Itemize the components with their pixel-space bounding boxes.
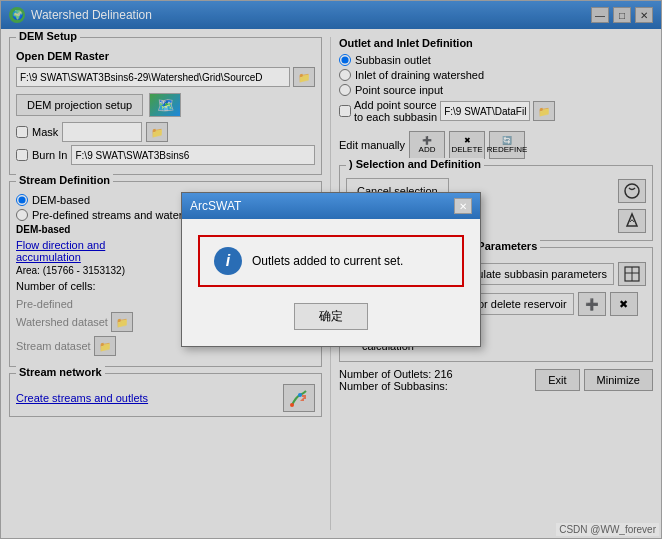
- arcswat-dialog: ArcSWAT ✕ i Outlets added to current set…: [181, 192, 481, 347]
- main-window: 🌍 Watershed Delineation — □ ✕ DEM Setup …: [0, 0, 662, 539]
- info-icon: i: [214, 247, 242, 275]
- dialog-overlay: ArcSWAT ✕ i Outlets added to current set…: [1, 1, 661, 538]
- dialog-message: Outlets added to current set.: [252, 254, 403, 268]
- dialog-message-row: i Outlets added to current set.: [198, 235, 464, 287]
- dialog-content: i Outlets added to current set. 确定: [182, 219, 480, 346]
- dialog-title: ArcSWAT: [190, 199, 241, 213]
- dialog-ok-btn[interactable]: 确定: [294, 303, 368, 330]
- dialog-title-bar: ArcSWAT ✕: [182, 193, 480, 219]
- dialog-close-btn[interactable]: ✕: [454, 198, 472, 214]
